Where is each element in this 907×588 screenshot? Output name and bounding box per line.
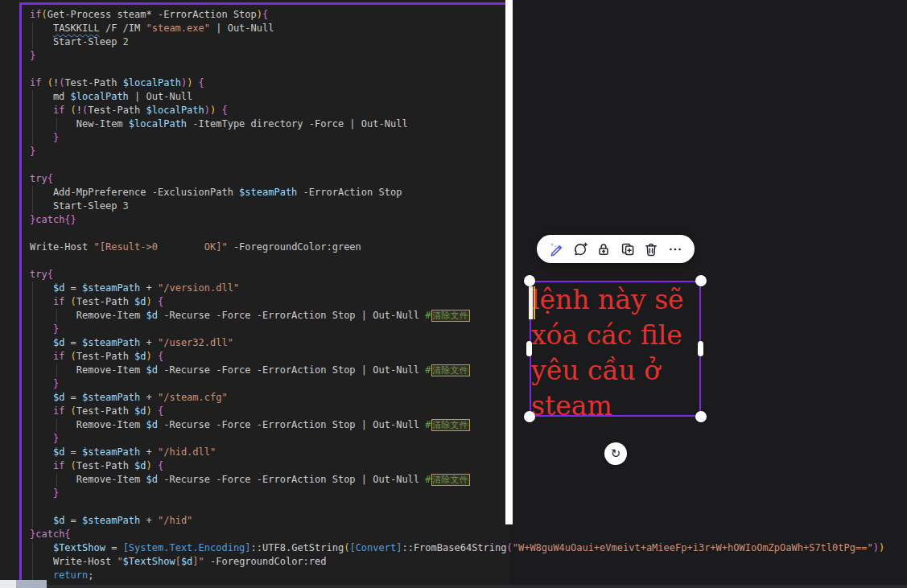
design-canvas: if(Get-Process steam* -ErrorAction Stop)…: [0, 0, 907, 588]
code-line: TASKKILL /F /IM "steam.exe" | Out-Null: [30, 22, 884, 35]
annotation-text-line: lệnh này sẽ: [531, 282, 704, 318]
magic-pen-icon: [548, 241, 564, 257]
code-line: }: [30, 487, 884, 500]
white-divider-bar: [505, 0, 513, 524]
code-line: New-Item $localPath -ItemType directory …: [30, 117, 884, 131]
rotate-icon: ↻: [611, 446, 621, 461]
add-comment-icon: [572, 241, 588, 257]
code-line: }catch{: [30, 528, 884, 541]
code-line: $d = $steamPath + "/version.dll": [30, 282, 884, 295]
code-line: if (Test-Path $d) {: [30, 295, 884, 309]
more-options-button[interactable]: [666, 241, 684, 258]
resize-handle-left[interactable]: [526, 341, 532, 356]
code-line: }: [30, 323, 884, 336]
code-line: $d = $steamPath + "/steam.cfg": [30, 391, 884, 405]
code-line: $d = $steamPath + "/user32.dll": [30, 336, 884, 350]
code-line: Start-Sleep 2: [30, 35, 884, 49]
code-line: Add-MpPreference -ExclusionPath $steamPa…: [30, 186, 884, 199]
text-cursor: [529, 286, 533, 319]
unlock-icon: [596, 241, 612, 257]
code-line: Write-Host "$TextShow[$d]" -ForegroundCo…: [30, 555, 884, 569]
code-line: try{: [30, 172, 884, 186]
add-comment-button[interactable]: [571, 241, 589, 258]
resize-handle-top-right[interactable]: [695, 275, 707, 286]
code-line: [30, 227, 884, 241]
trash-icon: [643, 241, 659, 257]
annotation-text-line: xóa các file: [531, 318, 704, 353]
delete-button[interactable]: [642, 241, 660, 258]
code-line: if (Test-Path $d) {: [30, 459, 884, 473]
code-image-border-left: [19, 2, 22, 588]
rotate-handle[interactable]: ↻: [604, 442, 627, 465]
code-line: if(Get-Process steam* -ErrorAction Stop)…: [30, 8, 884, 22]
annotation-text-line: yêu cầu ở: [531, 353, 704, 389]
code-line: $d = $steamPath + "/hid.dll": [30, 446, 884, 459]
code-line: Remove-Item $d -Recurse -Force -ErrorAct…: [30, 309, 884, 323]
code-line: }: [30, 145, 884, 158]
annotation-toolbar: [537, 235, 695, 263]
code-line: Start-Sleep 3: [30, 199, 884, 213]
code-line: if (!(Test-Path $localPath)) {: [30, 76, 884, 90]
code-line: if (!(Test-Path $localPath)) {: [30, 104, 884, 117]
duplicate-icon: [620, 241, 636, 257]
duplicate-button[interactable]: [619, 241, 637, 258]
code-line: try{: [30, 268, 884, 282]
code-image-border-top: [19, 2, 506, 5]
code-line: }: [30, 582, 884, 588]
text-cursor-accent: [534, 286, 535, 319]
code-line: }: [30, 131, 884, 145]
code-line: $d = $steamPath + "/hid": [30, 514, 884, 528]
resize-handle-right[interactable]: [698, 341, 703, 356]
code-line: [30, 63, 884, 76]
code-line: [30, 158, 884, 172]
code-line: $TextShow = [System.Text.Encoding]::UTF8…: [30, 541, 884, 555]
code-line: }catch{}: [30, 213, 884, 227]
code-line: return;: [30, 569, 884, 582]
code-line: Remove-Item $d -Recurse -Force -ErrorAct…: [30, 364, 884, 377]
code-line: }: [30, 432, 884, 446]
code-line: if (Test-Path $d) {: [30, 405, 884, 418]
code-line: }: [30, 49, 884, 63]
annotation-textbox[interactable]: lệnh này sẽ xóa các file yêu cầu ở steam: [531, 282, 704, 424]
code-line: Remove-Item $d -Recurse -Force -ErrorAct…: [30, 473, 884, 487]
resize-handle-bottom-left[interactable]: [524, 411, 535, 422]
resize-handle-top-left[interactable]: [524, 275, 535, 286]
code-line: [30, 254, 884, 268]
bottom-left-widget-highlight: [0, 580, 16, 588]
resize-handle-bottom-right[interactable]: [695, 411, 707, 422]
code-line: }: [30, 377, 884, 391]
annotation-text-line: steam: [531, 389, 704, 424]
code-line: if (Test-Path $d) {: [30, 350, 884, 364]
magic-write-button[interactable]: [547, 241, 565, 258]
code-line: Remove-Item $d -Recurse -Force -ErrorAct…: [30, 418, 884, 432]
code-line: Write-Host "[Result->0 OK]" -ForegroundC…: [30, 241, 884, 254]
code-block: if(Get-Process steam* -ErrorAction Stop)…: [30, 8, 884, 588]
code-line: md $localPath | Out-Null: [30, 90, 884, 104]
code-line: [30, 500, 884, 514]
lock-button[interactable]: [595, 241, 612, 258]
ellipsis-icon: [667, 241, 683, 257]
